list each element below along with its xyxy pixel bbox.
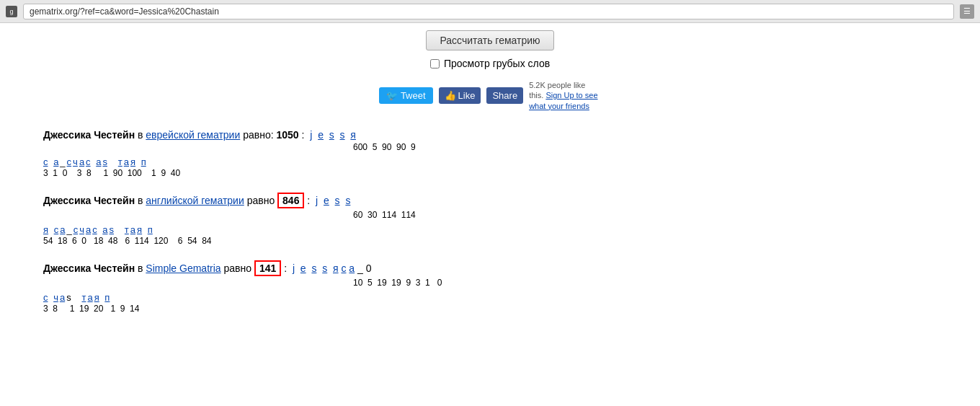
jewish-gematria-link[interactable]: еврейской гематрии [146, 129, 240, 141]
simple-result-value: 141 [254, 260, 281, 276]
result-simple: Джессика Честейн в Simple Gematria равно… [43, 260, 966, 314]
page-content: Рассчитать гематрию Просмотр грубых слов… [0, 23, 980, 406]
filter-row: Просмотр грубых слов [14, 58, 966, 69]
facebook-share-button[interactable]: Share [486, 87, 523, 104]
simple-top-nums: 10 5 19 19 9 3 1 0 [353, 278, 966, 288]
favicon-icon: g [6, 6, 17, 17]
result-title-simple: Джессика Честейн в Simple Gematria равно… [43, 260, 966, 276]
english-top-nums: 60 30 114 114 [353, 210, 966, 220]
simple-breakdown: с ч а s т а я п 3 8 1 19 20 1 9 14 [43, 292, 966, 314]
url-bar[interactable]: gematrix.org/?ref=ca&word=Jessica%20Chas… [23, 4, 954, 19]
result-title-english: Джессика Честейн в английской гематрии р… [43, 193, 966, 208]
facebook-like-button[interactable]: 👍 Like [439, 87, 481, 104]
jewish-top-nums: 600 5 90 90 9 [353, 142, 966, 152]
simple-gematria-link[interactable]: Simple Gematria [146, 262, 220, 274]
thumbsup-icon: 👍 [445, 90, 456, 101]
calculate-button[interactable]: Рассчитать гематрию [426, 30, 553, 50]
tweet-button[interactable]: 🐦 Tweet [379, 87, 433, 104]
twitter-icon: 🐦 [386, 90, 398, 101]
jewish-result-value: 1050 [276, 129, 298, 141]
social-row: 🐦 Tweet 👍 Like Share 5.2K people like th… [14, 80, 966, 111]
browser-menu-icon[interactable]: ☰ [960, 4, 974, 19]
calculate-button-row: Рассчитать гематрию [14, 30, 966, 50]
result-english: Джессика Честейн в английской гематрии р… [43, 193, 966, 246]
english-result-value: 846 [277, 193, 304, 208]
crude-words-checkbox[interactable] [430, 59, 440, 69]
english-gematria-link[interactable]: английской гематрии [146, 195, 244, 206]
result-jewish: Джессика Честейн в еврейской гематрии ра… [43, 129, 966, 178]
social-info: 5.2K people like this. Sign Up to see wh… [529, 80, 601, 111]
jewish-breakdown: с а _ с ч а с a s т а я п 3 1 0 3 8 1 90… [43, 156, 966, 178]
english-breakdown: я с а _ с ч а с a s т а я п 54 18 6 0 18… [43, 224, 966, 246]
crude-words-label: Просмотр грубых слов [444, 58, 550, 69]
browser-chrome: g gematrix.org/?ref=ca&word=Jessica%20Ch… [0, 0, 980, 23]
result-title-jewish: Джессика Честейн в еврейской гематрии ра… [43, 129, 966, 141]
